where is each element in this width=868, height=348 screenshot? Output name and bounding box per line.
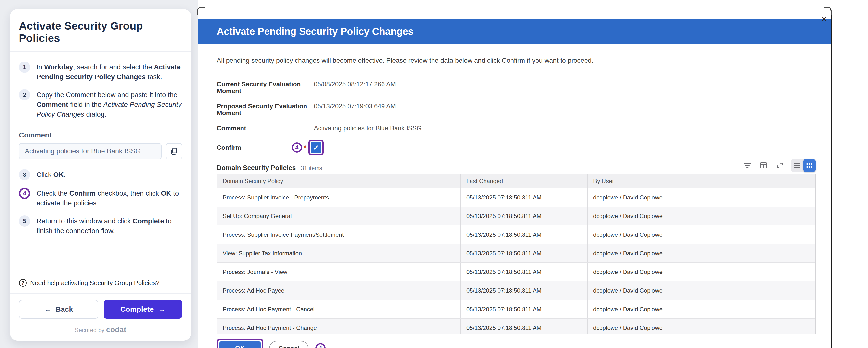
cell-by-user: dcoplowe / David Coplowe	[588, 207, 815, 225]
instruction-step: 5 Return to this window and click Comple…	[19, 215, 182, 236]
field-value: 05/08/2025 08:12:17.266 AM	[314, 81, 396, 94]
complete-button-label: Complete	[120, 305, 154, 313]
table-row: Process: Supplier Invoice - Prepayments …	[217, 188, 815, 207]
confirm-row: Confirm 4 * ✓	[217, 140, 815, 155]
field-value: 05/13/2025 07:19:03.649 AM	[314, 103, 396, 117]
cell-by-user: dcoplowe / David Coplowe	[588, 300, 815, 318]
cell-by-user: dcoplowe / David Coplowe	[588, 244, 815, 262]
field-row: Current Security Evaluation Moment 05/08…	[217, 81, 815, 94]
step-number-badge: 5	[19, 215, 30, 227]
cell-by-user: dcoplowe / David Coplowe	[588, 225, 815, 244]
step-number-badge: 4	[19, 188, 30, 199]
expanded-grid-button[interactable]	[803, 159, 815, 172]
field-list: Current Security Evaluation Moment 05/08…	[217, 81, 815, 132]
table-columns-icon[interactable]	[758, 160, 769, 170]
grid-view-toggle-group	[791, 159, 815, 172]
cell-policy: View: Supplier Tax Information	[217, 244, 461, 262]
column-header-last-changed: Last Changed	[461, 174, 588, 188]
cell-last-changed: 05/13/2025 07:18:50.811 AM	[461, 263, 588, 281]
step-text: Check the Confirm checkbox, then click O…	[36, 188, 182, 208]
table-row: View: Supplier Tax Information 05/13/202…	[217, 244, 815, 263]
table-row: Process: Supplier Invoice Payment/Settle…	[217, 225, 815, 244]
dialog-body: All pending security policy changes will…	[198, 57, 831, 348]
comment-label: Comment	[19, 131, 182, 139]
card-header: Activate Security Group Policies	[10, 9, 191, 52]
cell-by-user: dcoplowe / David Coplowe	[588, 319, 815, 334]
annotation-step-4-circle: 4	[292, 143, 302, 153]
flex-spacer	[19, 243, 182, 279]
expand-icon[interactable]	[775, 160, 785, 170]
field-row: Proposed Security Evaluation Moment 05/1…	[217, 103, 815, 117]
cell-last-changed: 05/13/2025 07:18:50.811 AM	[461, 225, 588, 244]
step-number-badge: 1	[19, 62, 30, 73]
copy-button[interactable]	[166, 143, 182, 159]
grid-title: Domain Security Policies	[217, 164, 296, 171]
field-label: Proposed Security Evaluation Moment	[217, 103, 314, 117]
table-row: Process: Journals - View 05/13/2025 07:1…	[217, 263, 815, 281]
step-text: Copy the Comment below and paste it into…	[36, 89, 182, 119]
required-asterisk: *	[304, 144, 307, 152]
confirm-checkbox-highlight: ✓	[308, 140, 324, 155]
step-text: Return to this window and click Complete…	[36, 215, 182, 236]
cell-policy: Process: Ad Hoc Payment - Cancel	[217, 300, 461, 318]
complete-arrow-icon: →	[158, 305, 165, 313]
copy-icon	[170, 147, 178, 155]
cell-by-user: dcoplowe / David Coplowe	[588, 263, 815, 281]
compact-grid-button[interactable]	[791, 159, 803, 172]
policies-table: Domain Security Policy Last Changed By U…	[217, 174, 815, 334]
dialog-title: Activate Pending Security Policy Changes	[217, 26, 413, 37]
grid-title-row: Domain Security Policies 31 items	[217, 159, 815, 172]
back-arrow-icon: ←	[44, 305, 52, 313]
table-row: Process: Ad Hoc Payee 05/13/2025 07:18:5…	[217, 281, 815, 300]
field-label: Current Security Evaluation Moment	[217, 81, 314, 94]
filter-icon[interactable]	[742, 160, 752, 170]
cell-last-changed: 05/13/2025 07:18:50.811 AM	[461, 207, 588, 225]
table-row: Set Up: Company General 05/13/2025 07:18…	[217, 207, 815, 225]
cell-policy: Process: Supplier Invoice Payment/Settle…	[217, 225, 461, 244]
column-header-policy: Domain Security Policy	[217, 174, 461, 188]
step-text: In Workday, search for and select the Ac…	[36, 62, 182, 82]
ok-button[interactable]: OK	[219, 341, 261, 348]
comment-input[interactable]	[19, 143, 162, 159]
step-number-badge: 2	[19, 89, 30, 100]
cell-policy: Set Up: Company General	[217, 207, 461, 225]
cell-last-changed: 05/13/2025 07:18:50.811 AM	[461, 300, 588, 318]
complete-button[interactable]: Complete →	[104, 300, 182, 319]
grid-toolbar	[742, 159, 815, 172]
steps-top-list: 1 In Workday, search for and select the …	[19, 62, 182, 127]
close-icon[interactable]: ×	[822, 15, 827, 24]
help-link[interactable]: Need help activating Security Group Poli…	[30, 279, 160, 287]
dialog-header: Activate Pending Security Policy Changes	[198, 19, 831, 43]
card-footer: ← Back Complete → Secured by codat	[10, 293, 191, 341]
back-button-label: Back	[55, 305, 73, 313]
field-label: Comment	[217, 125, 314, 132]
secured-by-footer: Secured by codat	[19, 325, 182, 334]
instruction-card: Activate Security Group Policies 1 In Wo…	[10, 9, 191, 341]
dialog-button-row: OK Cancel 4	[217, 339, 815, 348]
card-body: 1 In Workday, search for and select the …	[10, 52, 191, 293]
cell-last-changed: 05/13/2025 07:18:50.811 AM	[461, 281, 588, 300]
cell-last-changed: 05/13/2025 07:18:50.811 AM	[461, 319, 588, 334]
codat-logo: codat	[106, 325, 126, 334]
secured-by-text: Secured by	[75, 327, 104, 333]
table-header-row: Domain Security Policy Last Changed By U…	[217, 174, 815, 188]
footer-button-row: ← Back Complete →	[19, 300, 182, 319]
step-number-badge: 3	[19, 169, 30, 180]
dialog-description: All pending security policy changes will…	[217, 57, 815, 64]
card-title: Activate Security Group Policies	[19, 20, 182, 44]
table-row: Process: Ad Hoc Payment - Cancel 05/13/2…	[217, 300, 815, 319]
back-button[interactable]: ← Back	[19, 300, 98, 319]
instruction-step: 1 In Workday, search for and select the …	[19, 62, 182, 82]
help-icon: ?	[19, 279, 27, 287]
step-text: Click OK.	[36, 169, 65, 180]
cell-policy: Process: Journals - View	[217, 263, 461, 281]
field-row: Comment Activating policies for Blue Ban…	[217, 125, 815, 132]
cell-by-user: dcoplowe / David Coplowe	[588, 188, 815, 207]
grid-item-count: 31 items	[301, 165, 322, 171]
confirm-label: Confirm	[217, 144, 292, 152]
cell-by-user: dcoplowe / David Coplowe	[588, 281, 815, 300]
cancel-button[interactable]: Cancel	[269, 341, 308, 348]
cell-last-changed: 05/13/2025 07:18:50.811 AM	[461, 244, 588, 262]
confirm-checkbox[interactable]: ✓	[311, 142, 321, 153]
instruction-step: 2 Copy the Comment below and paste it in…	[19, 89, 182, 119]
